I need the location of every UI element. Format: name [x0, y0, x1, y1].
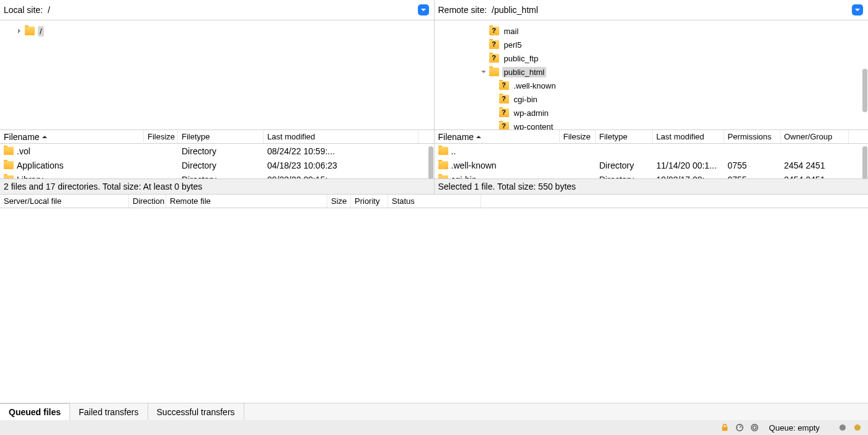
file-name: cgi-bin [451, 175, 477, 179]
led-active-icon [853, 423, 862, 432]
unknown-folder-icon [499, 81, 509, 90]
local-col-size[interactable]: Filesize [144, 130, 178, 143]
local-col-type[interactable]: Filetype [178, 130, 264, 143]
local-list[interactable]: .volDirectory08/24/22 10:59:...Applicati… [0, 144, 434, 178]
folder-icon [438, 161, 448, 169]
tree-label: perl5 [502, 40, 524, 50]
local-pane: Local site: / Filename Filesize Filetype… [0, 0, 435, 195]
remote-pane: Remote site: mailperl5public_ftppublic_h… [435, 0, 869, 195]
remote-tree-scrollbar[interactable] [862, 69, 867, 112]
unknown-folder-icon [489, 27, 499, 35]
remote-col-type[interactable]: Filetype [596, 130, 653, 143]
comparison-icon [750, 423, 759, 432]
tree-item[interactable]: mail [435, 24, 869, 38]
local-site-label: Local site: [4, 5, 43, 15]
remote-site-bar: Remote site: [435, 0, 869, 20]
lock-icon [720, 423, 729, 432]
remote-tree[interactable]: mailperl5public_ftppublic_html.well-know… [435, 20, 869, 130]
local-col-name: Filename [0, 130, 144, 144]
file-name: Library [17, 175, 43, 179]
tab-failed[interactable]: Failed transfers [70, 403, 148, 420]
speed-limit-icon [735, 423, 744, 432]
remote-list[interactable]: ...well-knownDirectory11/14/20 00:1...07… [435, 144, 869, 178]
local-col-mod[interactable]: Last modified [264, 130, 418, 143]
remote-site-input[interactable] [490, 4, 852, 16]
svg-point-3 [854, 424, 861, 431]
queue-status-text: Queue: empty [769, 423, 820, 433]
local-list-header[interactable]: Filename Filesize Filetype Last modified [0, 130, 434, 144]
remote-col-name: Filename [435, 130, 560, 144]
file-name: .well-known [451, 160, 497, 170]
list-item[interactable]: ApplicationsDirectory04/18/23 10:06:23 [0, 158, 434, 172]
folder-icon [4, 147, 14, 155]
queue-col-priority[interactable]: Priority [351, 195, 388, 208]
list-item[interactable]: .well-knownDirectory11/14/20 00:1...0755… [435, 158, 869, 172]
unknown-folder-icon [499, 122, 509, 130]
folder-icon [489, 68, 499, 76]
remote-col-own[interactable]: Owner/Group [781, 130, 849, 143]
tree-label: public_html [502, 67, 547, 77]
queue-col-direction[interactable]: Direction [129, 195, 166, 208]
tree-item[interactable]: wp-content [435, 120, 869, 130]
local-status: 2 files and 17 directories. Total size: … [0, 178, 434, 195]
tree-item[interactable]: cgi-bin [435, 92, 869, 106]
expander-icon[interactable] [479, 68, 488, 76]
remote-col-perm[interactable]: Permissions [724, 130, 781, 143]
tree-item[interactable]: / [0, 24, 434, 38]
tree-item[interactable]: wp-admin [435, 106, 869, 120]
expander-icon[interactable] [479, 40, 488, 49]
transfer-tabs: Queued files Failed transfers Successful… [0, 403, 868, 420]
unknown-folder-icon [499, 95, 509, 103]
remote-scrollbar[interactable] [862, 146, 867, 178]
tree-item[interactable]: public_html [435, 65, 869, 79]
tree-label: .well-known [512, 81, 558, 91]
queue-body[interactable] [0, 208, 868, 403]
queue-col-server[interactable]: Server/Local file [0, 195, 129, 208]
file-name: Applications [17, 160, 64, 170]
queue-header[interactable]: Server/Local file Direction Remote file … [0, 195, 868, 208]
file-name: .vol [17, 146, 30, 156]
remote-status: Selected 1 file. Total size: 550 bytes [435, 178, 869, 195]
queue-col-status[interactable]: Status [388, 195, 481, 208]
tree-item[interactable]: perl5 [435, 38, 869, 51]
remote-site-label: Remote site: [438, 5, 487, 15]
list-item[interactable]: LibraryDirectory09/23/22 09:15:... [0, 172, 434, 178]
expander-icon[interactable] [489, 122, 498, 130]
tab-success[interactable]: Successful transfers [148, 403, 244, 420]
tree-item[interactable]: .well-known [435, 79, 869, 92]
tab-queued[interactable]: Queued files [0, 403, 70, 420]
local-scrollbar[interactable] [428, 146, 433, 178]
remote-col-mod[interactable]: Last modified [653, 130, 724, 143]
folder-icon [4, 161, 14, 169]
list-item[interactable]: .. [435, 144, 869, 158]
bottom-bar: Queue: empty [0, 420, 868, 435]
remote-site-dropdown[interactable] [852, 4, 863, 15]
tree-label: wp-admin [512, 108, 551, 118]
folder-icon [438, 175, 448, 178]
queue-col-size[interactable]: Size [327, 195, 351, 208]
remote-list-header[interactable]: Filename Filesize Filetype Last modified… [435, 130, 869, 144]
expander-icon[interactable] [479, 27, 488, 35]
led-idle-icon [838, 423, 847, 432]
expander-icon[interactable] [489, 95, 498, 103]
tree-label: wp-content [512, 121, 556, 131]
expander-icon[interactable] [479, 54, 488, 63]
list-item[interactable]: cgi-binDirectory10/03/17 08:...07552454 … [435, 172, 869, 178]
local-site-input[interactable] [46, 4, 417, 16]
expander-icon[interactable] [15, 27, 24, 35]
unknown-folder-icon [489, 54, 499, 63]
svg-point-2 [839, 424, 846, 431]
unknown-folder-icon [499, 108, 509, 117]
expander-icon[interactable] [489, 108, 498, 117]
local-site-dropdown[interactable] [418, 4, 429, 15]
expander-icon[interactable] [489, 81, 498, 90]
folder-icon [25, 27, 35, 35]
remote-col-size[interactable]: Filesize [560, 130, 596, 143]
local-site-bar: Local site: [0, 0, 434, 20]
tree-item[interactable]: public_ftp [435, 51, 869, 65]
local-tree[interactable]: / [0, 20, 434, 130]
folder-icon [4, 175, 14, 178]
list-item[interactable]: .volDirectory08/24/22 10:59:... [0, 144, 434, 158]
tree-label: cgi-bin [512, 94, 539, 105]
queue-col-remote[interactable]: Remote file [166, 195, 327, 208]
